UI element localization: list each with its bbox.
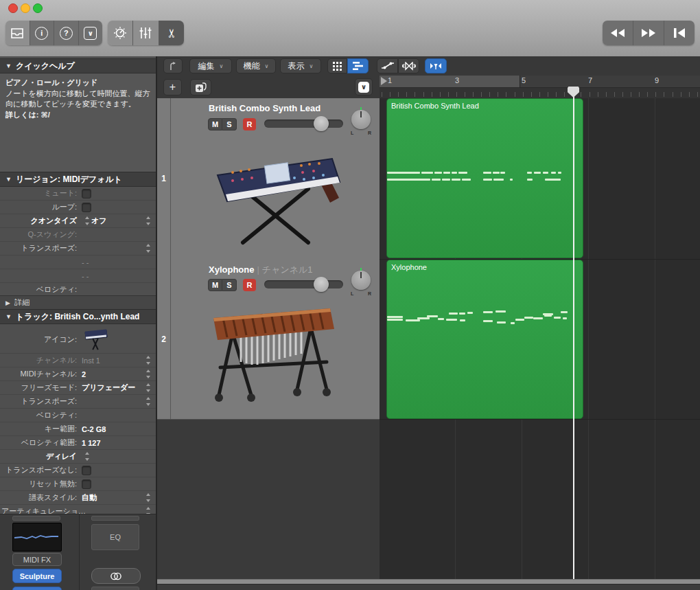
volume-slider[interactable] [264, 120, 343, 128]
library-button[interactable] [5, 21, 30, 45]
midi-fx-button[interactable]: MIDI FX [12, 553, 62, 566]
catch-playhead-button[interactable] [425, 58, 447, 73]
stepper-control[interactable] [145, 370, 151, 378]
add-track-button[interactable]: + [163, 79, 182, 95]
midi-fx-thumbnail[interactable] [12, 523, 62, 552]
track-name-text: Xylophone [209, 264, 254, 275]
track-name-separator: | [257, 264, 259, 275]
forward-button[interactable] [633, 21, 664, 45]
inspector-row: ベロシティ範囲:1 127 [0, 436, 156, 450]
checkbox[interactable] [82, 466, 91, 475]
instrument-slot-button[interactable]: Sculpture [12, 569, 62, 583]
view-menu-button[interactable]: 表示 ∨ [280, 58, 321, 73]
toolbar-button[interactable]: ∨ [79, 21, 103, 45]
stepper-control[interactable] [145, 244, 151, 253]
bar-gridline [655, 98, 655, 579]
region-name: British Combo Synth Lead [391, 102, 479, 110]
track-inspector-rows: アイコン:チャンネル:Inst 1MIDIチャンネル:2フリーズモード:プリフェ… [0, 326, 156, 519]
inspector-row: - - [0, 269, 156, 283]
channel-strip-slot[interactable] [12, 516, 60, 521]
stepper-control[interactable] [84, 216, 90, 225]
editors-button[interactable]: ✂ [159, 21, 184, 45]
track-name[interactable]: Xylophone|チャンネル1 [209, 264, 313, 276]
volume-slider-thumb[interactable] [314, 116, 329, 131]
minimize-button[interactable] [21, 3, 30, 13]
output-slot-partial[interactable] [91, 587, 139, 590]
automation-button[interactable] [377, 58, 398, 73]
quick-help-header[interactable]: ▼ クイックヘルプ [0, 58, 156, 73]
ruler-tick [631, 92, 631, 97]
solo-button[interactable]: S [222, 118, 237, 131]
inspector-button[interactable]: i [30, 21, 55, 45]
grid-view-button[interactable] [327, 58, 347, 73]
region-details-row[interactable]: ▶ 詳細 [0, 295, 156, 309]
mixer-faders-icon [139, 27, 152, 39]
inspector-row-label: リセット無効: [0, 479, 80, 489]
playhead-line[interactable] [573, 88, 574, 579]
stepper-control[interactable] [145, 397, 151, 406]
channel-strip-slot[interactable] [91, 516, 139, 521]
rewind-button[interactable] [603, 21, 633, 45]
stereo-output-button[interactable] [91, 568, 141, 584]
back-button[interactable] [163, 58, 183, 73]
inspector-row: ベロシティ: [0, 409, 156, 422]
eq-display-slot[interactable]: EQ [91, 524, 139, 550]
midi-region-british-combo[interactable]: British Combo Synth Lead [386, 98, 583, 258]
track-icon-image[interactable] [83, 327, 109, 352]
ruler-tick [655, 92, 656, 97]
volume-slider[interactable] [264, 280, 343, 288]
track-name[interactable]: British Combo Synth Lead [209, 103, 320, 113]
stepper-control[interactable] [145, 356, 151, 365]
midi-region-xylophone[interactable]: Xylophone [386, 260, 583, 419]
list-view-button[interactable] [347, 58, 369, 73]
track-inspector-header[interactable]: ▼ トラック: British Co...ynth Lead [0, 309, 156, 324]
close-button[interactable] [8, 3, 18, 13]
pan-knob[interactable]: L R [351, 271, 371, 290]
functions-menu-button[interactable]: 機能 ∨ [236, 58, 276, 73]
quick-help-button[interactable]: ? [54, 21, 79, 45]
checkbox[interactable] [82, 189, 91, 198]
mute-button[interactable]: M [208, 279, 222, 291]
midi-note [438, 318, 444, 320]
region-name: Xylophone [391, 263, 427, 271]
ruler-tick [647, 92, 648, 97]
record-enable-button[interactable]: R [243, 279, 256, 291]
midi-note [554, 317, 561, 319]
solo-button[interactable]: S [222, 279, 237, 291]
inspector-row-value: 1 127 [82, 439, 101, 447]
bar-ruler[interactable]: 13579 [380, 76, 700, 99]
mute-button[interactable]: M [208, 118, 222, 131]
pan-center-tick [360, 107, 362, 110]
ruler-tick [564, 92, 565, 97]
track-header-1[interactable]: 1 British Combo Synth Lead M S R L R [157, 98, 380, 260]
volume-slider-thumb[interactable] [314, 277, 329, 292]
inspector-row-label: ベロシティ範囲: [0, 438, 80, 448]
instrument-slot-button-partial[interactable] [12, 587, 62, 590]
flex-button[interactable] [398, 58, 419, 73]
track-header-2[interactable]: 2 Xylophone|チャンネル1 M S R L R [157, 259, 380, 420]
checkbox[interactable] [82, 203, 91, 212]
track-header-options-button[interactable]: ∨ [355, 78, 373, 95]
stepper-control[interactable] [145, 493, 151, 502]
ruler-tick [590, 92, 590, 97]
stepper-down-icon [146, 376, 150, 378]
smart-controls-button[interactable] [108, 21, 133, 45]
stepper-control[interactable] [145, 383, 151, 392]
checkbox[interactable] [82, 479, 91, 489]
region-inspector-header[interactable]: ▼ リージョン: MIDIデフォルト [0, 172, 156, 187]
stepper-control[interactable] [84, 452, 90, 461]
pan-left-label: L [351, 291, 353, 296]
mixer-button[interactable] [133, 21, 159, 45]
stepper-control[interactable] [145, 216, 151, 225]
synth-keyboard-image [205, 133, 349, 249]
zoom-button[interactable] [33, 3, 43, 13]
record-enable-button[interactable]: R [243, 118, 256, 131]
go-to-beginning-button[interactable] [664, 21, 695, 45]
lane-separator [380, 419, 700, 420]
inspector-row: MIDIチャンネル:2 [0, 367, 156, 381]
stereo-circles-icon [110, 572, 122, 580]
pan-knob[interactable]: L R [351, 110, 371, 129]
duplicate-track-button[interactable] [190, 79, 211, 95]
edit-menu-button[interactable]: 編集 ∨ [189, 58, 232, 73]
arrange-area[interactable]: British Combo Synth Lead Xylophone [380, 98, 700, 579]
